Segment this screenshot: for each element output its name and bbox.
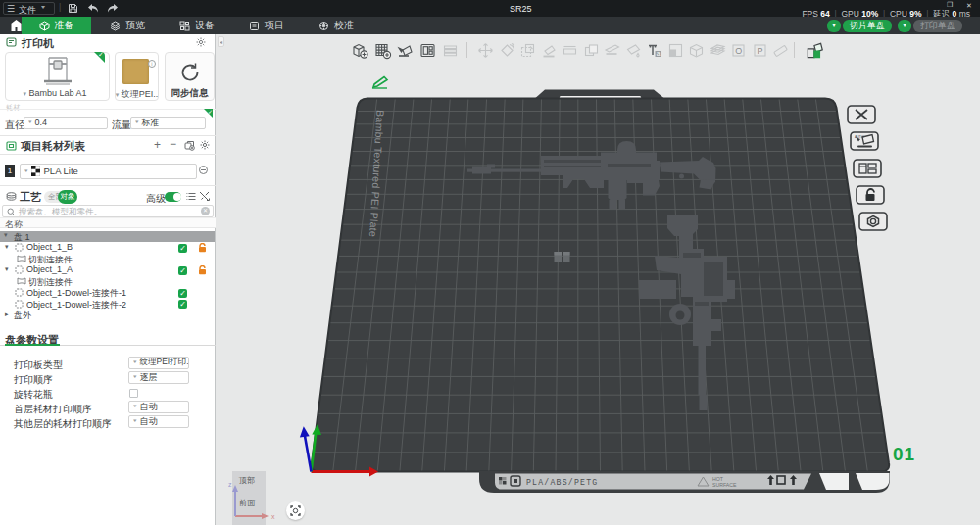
- svg-text:z: z: [228, 481, 232, 488]
- svg-text:a: a: [657, 50, 661, 57]
- svg-text:AUTO: AUTO: [855, 135, 864, 139]
- svg-text:P: P: [757, 46, 762, 56]
- svg-text:SURFACE: SURFACE: [712, 482, 737, 488]
- svg-text:O: O: [735, 46, 742, 56]
- svg-text:x: x: [271, 513, 275, 520]
- svg-text:PLA/ABS/PETG: PLA/ABS/PETG: [526, 478, 598, 487]
